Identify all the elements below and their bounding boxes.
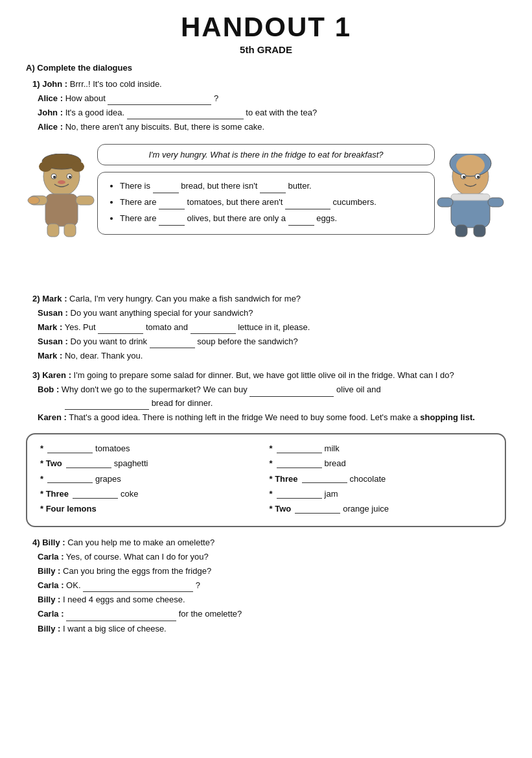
speaker-carla-1: Carla :	[38, 552, 64, 562]
shop-item-c1-5: * Four lemons	[40, 501, 263, 516]
shop-item-c1-3: * grapes	[40, 471, 263, 486]
blank-shop-c2-4[interactable]	[277, 490, 322, 499]
billy-text-4: I want a big slice of cheese.	[63, 624, 167, 634]
dialogue-4-line-4: Carla : OK. ?	[38, 579, 506, 592]
blank-shop-c1-2[interactable]	[66, 459, 111, 468]
shop-item-c2-5: * Two orange juice	[270, 501, 492, 516]
blank-shop-c2-5[interactable]	[295, 504, 340, 514]
shop-item-c2-1: * milk	[270, 441, 492, 456]
dialogue-4-line-3: Billy : Can you bring the eggs from the …	[38, 565, 506, 578]
dialogue-4-line-1: 4) Billy : Can you help me to make an om…	[32, 536, 506, 549]
speaker-mark-2: Mark :	[38, 322, 62, 332]
shopping-col2: * milk * bread * Three chocolate * jam *	[270, 441, 492, 517]
bob-mid-1: olive oil and	[336, 385, 381, 394]
shop-item-c2-2: * bread	[270, 456, 492, 471]
susan-text-1: Do you want anything special for your sa…	[71, 308, 253, 318]
svg-point-2	[39, 161, 52, 172]
svg-rect-9	[45, 194, 78, 226]
blank-carla-2[interactable]	[66, 612, 176, 621]
shop-item-c1-1: * tomatoes	[40, 441, 263, 456]
speech-bubble-top: I'm very hungry. What is there in the fr…	[97, 144, 435, 165]
bob-text-1: Why don't we go to the supermarket? We c…	[62, 385, 250, 394]
dialogue-3-line-1: 3) Karen : I'm going to prepare some sal…	[32, 369, 506, 382]
svg-point-17	[456, 155, 485, 176]
dialogue-4-block: 4) Billy : Can you help me to make an om…	[26, 536, 506, 635]
blank-shop-c1-3[interactable]	[47, 474, 93, 483]
blank-b1-2[interactable]	[260, 184, 286, 193]
blank-bob-2[interactable]	[65, 401, 149, 410]
blank-mark-1[interactable]	[98, 325, 143, 334]
blank-shop-c1-4[interactable]	[73, 490, 118, 499]
mark-text-2: Yes. Put	[65, 322, 98, 332]
bob-suffix-1: bread for dinner.	[152, 398, 213, 408]
dialogue-4-line-7: Billy : I want a big slice of cheese.	[38, 622, 506, 635]
svg-point-7	[69, 176, 71, 178]
susan-suffix-1: soup before the sandwich?	[197, 337, 297, 346]
blank-susan-1[interactable]	[150, 339, 195, 348]
svg-rect-12	[47, 224, 59, 237]
dialogue-2-line-4: Susan : Do you want to drink soup before…	[38, 335, 506, 348]
blank-mark-2[interactable]	[191, 325, 236, 334]
blank-b3-1[interactable]	[159, 217, 185, 226]
dialogue-2-line-1: 2) Mark : Carla, I'm very hungry. Can yo…	[32, 292, 506, 305]
dialogue-2-line-5: Mark : No, dear. Thank you.	[38, 349, 506, 362]
svg-rect-23	[451, 194, 490, 200]
grade-label: 5th GRADE	[26, 44, 506, 55]
shop-item-c1-4: * Three coke	[40, 486, 263, 501]
blank-carla-1[interactable]	[83, 583, 193, 592]
dialogue-1-block: 1) John : Brrr..! It's too cold inside. …	[26, 78, 506, 134]
alice-text-1: How about	[65, 93, 106, 103]
dialogue-1-line-4: Alice : No, there aren't any biscuits. B…	[38, 121, 506, 134]
alice-suffix-1: ?	[214, 93, 218, 103]
svg-point-8	[58, 180, 65, 184]
speaker-billy-2: Billy :	[38, 566, 60, 576]
dialogue-1-line-1: 1) John : Brrr..! It's too cold inside.	[32, 78, 506, 91]
blank-shop-c1-1[interactable]	[47, 444, 93, 453]
blank-shop-c2-2[interactable]	[277, 459, 322, 468]
shopping-list-bold: shopping list.	[420, 412, 475, 422]
carla-text-1: Yes, of course. What can I do for you?	[66, 552, 209, 562]
svg-point-14	[28, 196, 40, 204]
speaker-karen-1: 3) Karen :	[32, 370, 71, 380]
billy-text-3: I need 4 eggs and some cheese.	[63, 595, 185, 604]
john-text-2: It's a good idea.	[65, 108, 124, 117]
page-title: HANDOUT 1	[26, 12, 506, 43]
blank-bob-1[interactable]	[249, 388, 334, 397]
svg-rect-13	[64, 224, 76, 237]
bubble-item-2: There are tomatoes, but there aren't cuc…	[120, 195, 424, 209]
shopping-list-box: * tomatoes * Two spaghetti * grapes * Th…	[26, 433, 506, 527]
dialogue-1-line-3: John : It's a good idea. to eat with the…	[38, 106, 506, 119]
dialogue-4-line-6: Carla : for the omelette?	[38, 608, 506, 621]
shopping-col1: * tomatoes * Two spaghetti * grapes * Th…	[40, 441, 263, 517]
bubble-top-text: I'm very hungry. What is there in the fr…	[148, 150, 383, 160]
svg-point-21	[477, 176, 480, 178]
svg-point-6	[53, 176, 56, 178]
blank-b3-2[interactable]	[288, 217, 314, 226]
speaker-alice-2: Alice :	[38, 122, 63, 132]
svg-point-3	[71, 161, 84, 172]
speaker-billy-4: Billy :	[38, 624, 60, 634]
mark-suffix-1: lettuce in it, please.	[238, 322, 310, 332]
speaker-carla-2: Carla :	[38, 580, 64, 590]
speaker-billy-1: 4) Billy :	[32, 538, 65, 547]
svg-rect-24	[437, 198, 453, 207]
blank-shop-c2-1[interactable]	[277, 444, 322, 453]
mark-text-1: Carla, I'm very hungry. Can you make a f…	[69, 294, 301, 303]
susan-text-2: Do you want to drink	[71, 337, 150, 346]
speaker-john-2: John :	[38, 108, 63, 117]
blank-alice-1[interactable]	[108, 96, 211, 105]
blank-shop-c2-3[interactable]	[302, 474, 347, 483]
dialogue-3-line-2: Bob : Why don't we go to the supermarket…	[38, 383, 506, 409]
blank-b2-2[interactable]	[285, 200, 330, 209]
karen-text-1: I'm going to prepare some salad for dinn…	[74, 370, 454, 380]
dialogue-3-block: 3) Karen : I'm going to prepare some sal…	[26, 369, 506, 424]
blank-b1-1[interactable]	[153, 184, 179, 193]
svg-rect-27	[474, 225, 485, 237]
section-a-label: A) Complete the dialogues	[26, 63, 506, 73]
billy-text-1: Can you help me to make an omelette?	[67, 538, 214, 547]
john-suffix-1: to eat with the tea?	[246, 108, 317, 117]
speaker-karen-2: Karen :	[38, 412, 67, 422]
svg-rect-26	[456, 225, 467, 237]
blank-john-1[interactable]	[127, 110, 244, 119]
blank-b2-1[interactable]	[159, 200, 185, 209]
